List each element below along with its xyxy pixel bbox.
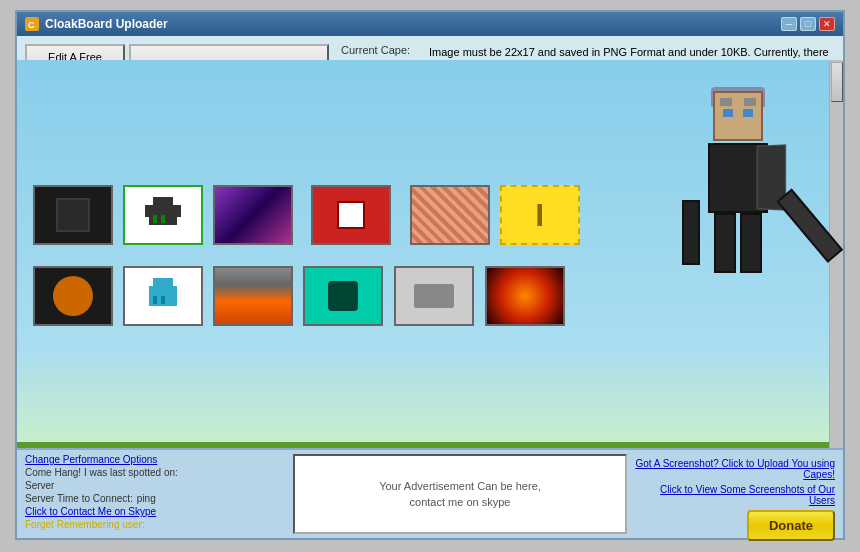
screenshots-view-label[interactable]: Click to View Some Screenshots of Our Us… [635,484,835,506]
character-area [648,91,828,391]
ping-row: Server Time to Connect: ping [25,493,285,504]
cape-thumb-cyan-minecon [303,266,383,326]
char-body [708,143,768,213]
char-head [713,91,763,141]
app-icon: C [25,17,39,31]
skype-link[interactable]: Click to Contact Me on Skype [25,506,285,517]
character-figure [668,91,808,311]
ad-text: Your Advertisement Can be here, contact … [379,478,541,511]
char-arm-left [682,200,700,265]
screenshot-label[interactable]: Got A Screenshot? Click to Upload You us… [635,458,835,480]
cape-label: Current Cape: [341,44,421,56]
title-bar-left: C CloakBoard Uploader [25,17,168,31]
spotted-text: Come Hang! I was last spotted on: [25,467,285,478]
minimize-button[interactable]: ─ [781,17,797,31]
title-bar-controls: ─ □ ✕ [781,17,835,31]
cape-thumb-lava-bucket [213,266,293,326]
svg-text:C: C [28,20,35,30]
ping-value: ping [137,493,156,504]
forget-user-text[interactable]: Forget Remembering user: [25,519,285,530]
server-text: Server [25,480,285,491]
main-window: C CloakBoard Uploader ─ □ ✕ Edit A Free … [15,10,845,540]
performance-link[interactable]: Change Performance Options [25,454,285,465]
char-arms [682,200,794,275]
close-button[interactable]: ✕ [819,17,835,31]
cape-thumb-l-new-year [213,185,293,245]
ping-label: Server Time to Connect: [25,493,133,504]
cape-thumb-blue-creeper [123,266,203,326]
cape-thumb-bacon [410,185,490,245]
cape-thumb-golden-torch [500,185,580,245]
cape-thumb-fire [485,266,565,326]
title-bar: C CloakBoard Uploader ─ □ ✕ [17,12,843,36]
cape-thumb-mojang [33,266,113,326]
scrollbar-thumb[interactable] [831,62,843,102]
bottom-left: Change Performance Options Come Hang! I … [25,454,285,534]
window-title: CloakBoard Uploader [45,17,168,31]
bottom-right: Got A Screenshot? Click to Upload You us… [635,454,835,534]
maximize-button[interactable]: □ [800,17,816,31]
bottom-section: Change Performance Options Come Hang! I … [17,448,843,538]
cape-thumb-snow-creeper [123,185,203,245]
donate-button[interactable]: Donate [747,510,835,541]
cape-thumb-hammer-anvil [394,266,474,326]
cape-thumb-dark-creeper [33,185,113,245]
main-content: Edit A Free Template Done Editing? Click… [17,36,843,538]
ad-box: Your Advertisement Can be here, contact … [293,454,627,534]
cape-thumb-white-minecon [311,185,391,245]
